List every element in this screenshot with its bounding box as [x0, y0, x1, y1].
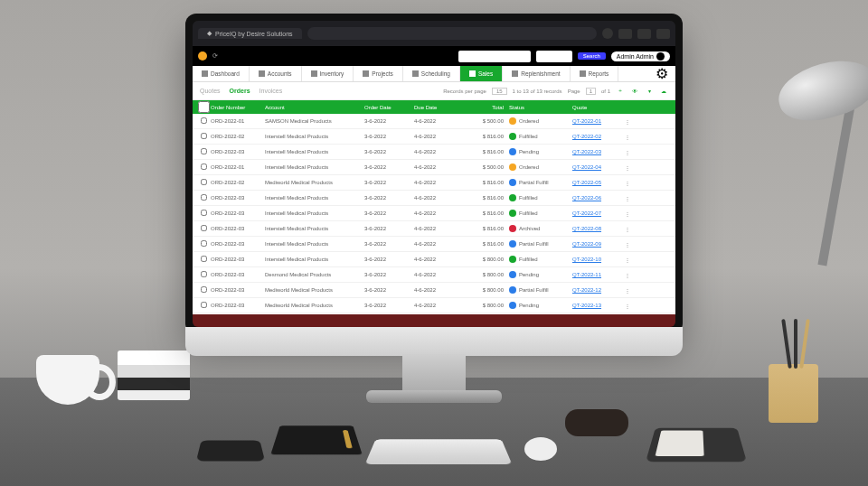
subtab-invoices[interactable]: Invoices: [259, 88, 283, 94]
row-menu-icon[interactable]: ⋮: [625, 211, 630, 217]
quote-link[interactable]: QT-2022-08: [572, 226, 601, 231]
window-min-icon[interactable]: [618, 29, 632, 39]
th-total[interactable]: Total: [464, 105, 509, 110]
th-order-number[interactable]: Order Number: [211, 105, 265, 110]
nav-dashboard[interactable]: Dashboard: [193, 66, 250, 81]
table-row[interactable]: ORD-2022-02Interstell Medical Products3-…: [193, 129, 675, 145]
page-current[interactable]: 1: [586, 88, 596, 95]
row-menu-icon[interactable]: ⋮: [625, 288, 630, 294]
row-menu-icon[interactable]: ⋮: [625, 165, 630, 171]
table-row[interactable]: ORD-2022-03Interstell Medical Products3-…: [193, 221, 675, 237]
browser-menu-icon[interactable]: [602, 28, 613, 39]
row-menu-icon[interactable]: ⋮: [625, 119, 630, 125]
table-row[interactable]: ORD-2022-01Interstell Medical Products3-…: [193, 160, 675, 175]
row-checkbox[interactable]: [201, 240, 207, 247]
quote-link[interactable]: QT-2022-02: [572, 134, 601, 139]
row-checkbox[interactable]: [201, 225, 207, 231]
nav-inventory[interactable]: Inventory: [302, 66, 354, 81]
row-checkbox[interactable]: [201, 271, 207, 277]
table-row[interactable]: ORD-2022-03Interstell Medical Products3-…: [193, 206, 675, 221]
row-checkbox[interactable]: [201, 133, 207, 139]
row-checkbox[interactable]: [201, 286, 207, 293]
address-bar[interactable]: [307, 27, 597, 40]
th-status[interactable]: Status: [509, 105, 572, 110]
th-account[interactable]: Account: [265, 105, 364, 110]
row-menu-icon[interactable]: ⋮: [625, 227, 630, 232]
cell-status: Partial Fulfill: [509, 179, 572, 186]
th-quote[interactable]: Quote: [572, 105, 622, 110]
row-checkbox[interactable]: [201, 117, 207, 124]
row-checkbox[interactable]: [201, 256, 207, 262]
nav-accounts[interactable]: Accounts: [250, 66, 302, 81]
table-row[interactable]: ORD-2022-03Mediworld Medical Products3-6…: [193, 298, 675, 313]
row-menu-icon[interactable]: ⋮: [625, 257, 630, 263]
table-row[interactable]: ORD-2022-03Desmond Medical Products3-6-2…: [193, 267, 675, 283]
cell-account: Interstell Medical Products: [265, 149, 364, 154]
view-icon[interactable]: 👁: [630, 87, 639, 96]
quote-link[interactable]: QT-2022-07: [572, 210, 601, 216]
nav-scheduling[interactable]: Scheduling: [403, 66, 460, 81]
quote-link[interactable]: QT-2022-01: [572, 118, 601, 124]
quote-link[interactable]: QT-2022-13: [572, 303, 601, 308]
global-search-input[interactable]: [458, 51, 531, 62]
cell-total: $ 816.00: [464, 241, 509, 247]
global-select[interactable]: [536, 51, 572, 62]
topbar-misc-icon[interactable]: ⟳: [212, 52, 218, 60]
subtab-quotes[interactable]: Quotes: [200, 88, 221, 94]
row-checkbox[interactable]: [201, 179, 207, 185]
row-menu-icon[interactable]: ⋮: [625, 273, 630, 278]
window-max-icon[interactable]: [637, 29, 651, 39]
select-all-checkbox[interactable]: [198, 101, 210, 113]
add-icon[interactable]: ＋: [616, 87, 625, 96]
subtab-orders[interactable]: Orders: [230, 88, 250, 94]
row-menu-icon[interactable]: ⋮: [625, 150, 630, 155]
search-button[interactable]: Search: [578, 52, 606, 60]
row-checkbox[interactable]: [201, 210, 207, 216]
nav-projects[interactable]: Projects: [354, 66, 402, 81]
cell-total: $ 816.00: [464, 180, 509, 185]
row-checkbox[interactable]: [201, 194, 207, 201]
nav-sales[interactable]: Sales: [460, 66, 503, 81]
nav-replenishment[interactable]: Replenishment: [503, 66, 570, 81]
th-order-date[interactable]: Order Date: [364, 105, 414, 110]
quote-link[interactable]: QT-2022-06: [572, 195, 601, 201]
table-row[interactable]: ORD-2022-03Mediworld Medical Products3-6…: [193, 283, 675, 298]
row-menu-icon[interactable]: ⋮: [625, 304, 630, 309]
table-row[interactable]: ORD-2022-01SAMSON Medical Products3-6-20…: [193, 114, 675, 129]
th-due-date[interactable]: Due Date: [414, 105, 464, 110]
table-row[interactable]: ORD-2022-03Interstell Medical Products3-…: [193, 252, 675, 267]
cell-order-number: ORD-2022-03: [211, 303, 265, 308]
row-menu-icon[interactable]: ⋮: [625, 196, 630, 201]
quote-link[interactable]: QT-2022-10: [572, 257, 601, 262]
quote-link[interactable]: QT-2022-09: [572, 241, 601, 247]
table-row[interactable]: ORD-2022-03Interstell Medical Products3-…: [193, 191, 675, 206]
filter-icon[interactable]: ▾: [645, 87, 654, 96]
cell-total: $ 816.00: [464, 210, 509, 216]
row-menu-icon[interactable]: ⋮: [625, 181, 630, 186]
cell-order-number: ORD-2022-03: [211, 257, 265, 262]
cell-order-number: ORD-2022-03: [211, 149, 265, 154]
cell-account: Interstell Medical Products: [265, 257, 364, 262]
quote-link[interactable]: QT-2022-04: [572, 164, 601, 170]
window-close-icon[interactable]: [656, 29, 670, 39]
table-row[interactable]: ORD-2022-02Mediworld Medical Products3-6…: [193, 175, 675, 191]
nav-label: Sales: [478, 70, 493, 77]
quote-link[interactable]: QT-2022-11: [572, 272, 601, 277]
table-row[interactable]: ORD-2022-03Interstell Medical Products3-…: [193, 145, 675, 160]
row-menu-icon[interactable]: ⋮: [625, 135, 630, 140]
quote-link[interactable]: QT-2022-12: [572, 287, 601, 293]
settings-gear-icon[interactable]: ⚙: [648, 66, 675, 81]
nav-reports[interactable]: Reports: [571, 66, 619, 81]
table-row[interactable]: ORD-2022-03Interstell Medical Products3-…: [193, 237, 675, 252]
user-menu[interactable]: Admin Admin: [611, 51, 670, 61]
export-icon[interactable]: ☁: [659, 87, 668, 96]
pen-prop: [794, 319, 797, 369]
quote-link[interactable]: QT-2022-05: [572, 180, 601, 185]
records-select[interactable]: 15: [492, 88, 507, 95]
row-checkbox[interactable]: [201, 164, 207, 170]
quote-link[interactable]: QT-2022-03: [572, 149, 601, 154]
row-checkbox[interactable]: [201, 148, 207, 154]
row-menu-icon[interactable]: ⋮: [625, 242, 630, 248]
browser-tab[interactable]: ◆ PriceIQ by Desire Solutions: [198, 28, 302, 39]
row-checkbox[interactable]: [201, 302, 207, 308]
